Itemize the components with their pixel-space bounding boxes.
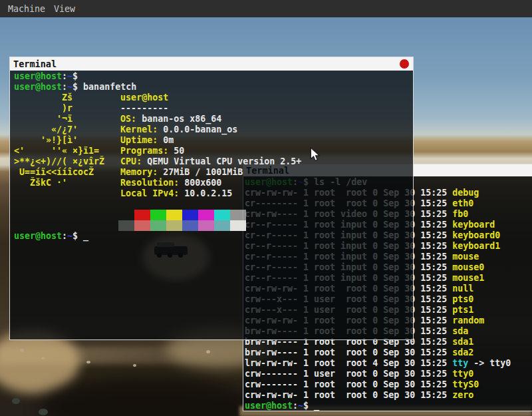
palette-swatch xyxy=(198,220,214,231)
terminal-line: <' ''« ×}ï1= Programs: 50 xyxy=(14,146,413,156)
terminal-line xyxy=(14,199,413,210)
terminal-line: Local IPv4: 10.0.2.15 xyxy=(14,188,413,199)
terminal1-title-bar[interactable]: Terminal xyxy=(10,57,413,71)
palette-swatch xyxy=(230,220,246,231)
terminal1-output[interactable]: user@host:~$user@host:~$ bananfetch Zš u… xyxy=(10,71,413,339)
terminal-line: crw------- 1 root root 0 Sep 30 15:25 tt… xyxy=(245,379,532,390)
palette-swatch xyxy=(182,210,198,220)
palette-swatch xyxy=(134,210,150,220)
terminal-line: '¬ï OS: banan-os x86_64 xyxy=(14,114,413,124)
palette-swatch xyxy=(166,210,182,220)
menu-item-machine[interactable]: Machine xyxy=(8,4,45,14)
terminal-line xyxy=(14,210,413,220)
terminal-line: ŽškC ·' Resolution: 800x600 xyxy=(14,178,413,188)
close-button[interactable] xyxy=(400,59,409,69)
terminal-line: crw------- 1 user root 0 Sep 30 15:25 tt… xyxy=(245,369,532,379)
rock xyxy=(20,349,24,352)
terminal-window-bananfetch: Terminal user@host:~$user@host:~$ bananf… xyxy=(9,57,414,340)
palette-swatch xyxy=(150,210,166,220)
palette-swatch xyxy=(214,210,230,220)
menu-item-view[interactable]: View xyxy=(54,4,75,14)
terminal-line: crw-rw-rw- 1 root root 0 Sep 30 15:25 ze… xyxy=(245,390,532,401)
terminal-line: user@host:~$ xyxy=(14,71,413,82)
terminal1-title: Terminal xyxy=(13,59,57,69)
rock xyxy=(41,357,45,359)
rock xyxy=(206,350,210,353)
terminal-line: brw-rw---- 1 root root 0 Sep 30 15:25 sd… xyxy=(245,347,532,358)
terminal-line: Zš user@host xyxy=(14,93,413,103)
terminal-line: U==íï<<ííîcocŽ Memory: 27MiB / 1001MiB xyxy=(14,167,413,178)
terminal-line xyxy=(14,220,413,231)
terminal-line: lrw-rw-rw- 1 root root 4 Sep 30 15:25 tt… xyxy=(245,358,532,369)
terminal-line: '»!}[ì' Uptime: 0m xyxy=(14,135,413,146)
palette-swatch xyxy=(118,220,134,231)
palette-swatch xyxy=(134,220,150,231)
rock xyxy=(12,398,20,404)
palette-swatch xyxy=(166,220,182,231)
palette-swatch xyxy=(230,210,246,220)
palette-swatch xyxy=(150,220,166,231)
rock xyxy=(39,409,48,415)
terminal-line: >**¿<+)//( ×¿vîrŽ CPU: QEMU Virtual CPU … xyxy=(14,156,413,167)
rock xyxy=(86,361,90,363)
wallpaper-shadow-patch xyxy=(40,377,259,416)
menu-bar: Machine View xyxy=(0,0,532,17)
terminal-line: «/¿7' Kernel: 0.0.0-banan_os xyxy=(14,124,413,135)
terminal-line: user@host:~$ bananfetch xyxy=(14,82,413,93)
terminal-line: user@host:~$ _ xyxy=(245,401,532,411)
palette-swatch xyxy=(118,210,134,220)
mouse-cursor-icon xyxy=(310,147,321,162)
rock xyxy=(133,364,136,367)
palette-swatch xyxy=(182,220,198,231)
terminal-line: user@host:~$ _ xyxy=(14,231,413,242)
terminal-line: )r --------- xyxy=(14,103,413,114)
palette-swatch xyxy=(214,220,230,231)
palette-swatch xyxy=(198,210,214,220)
